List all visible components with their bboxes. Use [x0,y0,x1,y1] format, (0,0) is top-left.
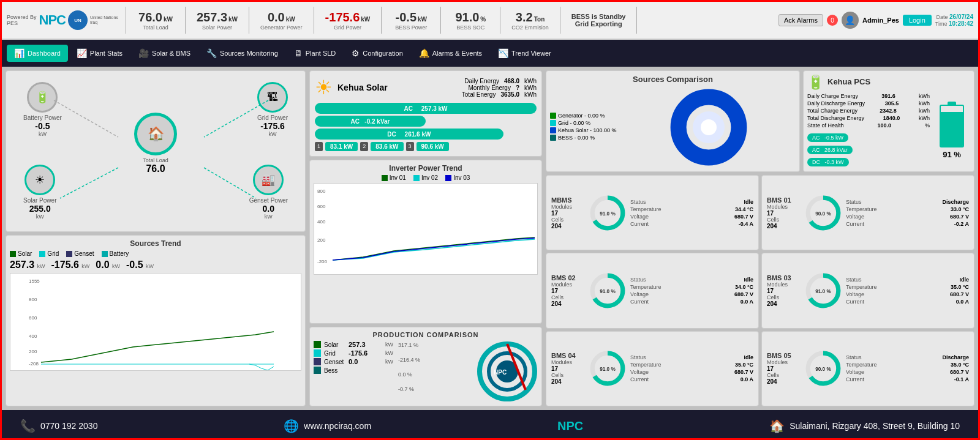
bms-donut-1: 90.0 % [804,194,842,232]
bms-status-info-2: Status Idle Temperature 34.0 °C Voltage … [630,277,753,305]
bms-temp-label-5: Temperature [846,362,877,368]
prod-solar-unit: kW [385,341,393,348]
bms-grid: MBMS Modules 17 Cells 204 91.0 % Status … [546,175,974,406]
bms-voltage-val-0: 680.7 V [734,214,753,220]
sc-bess-dot [550,135,556,141]
legend-genset-dot [66,251,72,257]
dashboard-icon: 📊 [14,48,24,58]
trend-battery-val: -0.5 kW [126,259,154,270]
login-button[interactable]: Login [903,15,932,26]
bms-temp-row-5: Temperature 35.0 °C [846,362,969,368]
total-charge-label: Total Charge Energy [807,108,858,114]
divider-7 [500,7,500,34]
location-icon: 🏠 [769,419,785,433]
sources-comparison-box: Sources Comparison Generator - 0.00 % Gr… [546,70,800,172]
bms-temp-val-0: 34.4 °C [735,206,753,212]
nav-sources-monitoring[interactable]: 🔧 Sources Monitoring [199,45,285,62]
total-charge-unit: kWh [919,108,930,114]
nav-dashboard[interactable]: 📊 Dashboard [7,45,68,62]
pcs-total-discharge: Total Discharge Energy 1840.0 kWh [807,115,930,121]
bms-left-info-2: BMS 02 Modules 17 Cells 204 [551,274,585,307]
sc-solar-label: Kehua Solar - 100.00 % [558,127,617,133]
bms-card-bms-01: BMS 01 Modules 17 Cells 204 90.0 % Statu… [761,175,974,250]
bms-voltage-row-5: Voltage 680.7 V [846,369,969,375]
bms-status-row-5: Status Discharge [846,354,969,360]
prod-bess-dot [314,367,321,374]
metric-bess-power: -0.5 kW BESS Power [386,10,435,31]
co2-value: 3.2 [516,10,533,24]
nav-configuration[interactable]: ⚙ Configuration [344,45,410,62]
sc-solar-dot [550,127,556,133]
prod-bess-label: Bess [324,367,345,374]
bms-temp-label-3: Temperature [846,284,877,290]
bms-voltage-row-1: Voltage 680.7 V [846,214,969,220]
inv-legend-3: Inv 03 [445,174,470,181]
divider-8 [560,7,560,34]
bms-current-label-1: Current [846,221,864,227]
nav-plant-sld[interactable]: 🖥 Plant SLD [287,45,344,62]
battery-fill-visual [941,112,963,146]
nav-trend-viewer[interactable]: 📉 Trend Viewer [491,45,559,62]
solar-power-label: Solar Power [202,24,232,31]
bms-current-val-5: -0.1 A [954,376,969,382]
bms-status-label-4: Status [630,354,646,360]
genset-pct: 0.0 % [398,371,420,378]
sc-legend-solar: Kehua Solar - 100.00 % [550,127,617,133]
bms-modules-val-2: 17 [551,288,585,294]
nav-solar-bms[interactable]: 🎥 Solar & BMS [131,45,198,62]
bms-status-row-0: Status Idle [630,199,753,205]
bms-voltage-val-1: 680.7 V [950,214,969,220]
powered-by-text: Powered By [7,14,37,20]
sc-grid-dot [550,120,556,126]
sources-monitoring-icon: 🔧 [206,48,217,58]
solar-power-value: 257.3 [197,10,227,24]
sources-comparison-title: Sources Comparison [550,75,796,84]
footer-npc-logo: NPC [557,419,583,433]
total-load-label: Total Load [143,24,168,31]
bms-voltage-label-2: Voltage [630,291,649,297]
npc-circular-logo: NPC [477,341,538,402]
alarm-count-badge: 0 [827,15,838,26]
trend-genset-val: 0.0 kW [96,259,120,270]
pcs-metrics-area: Daily Charge Energy 391.6 kWh Daily Disc… [807,93,930,168]
prod-solar-label: Solar [324,341,345,348]
prod-genset-row: Genset 0.0 kW [314,358,393,365]
soh-unit: % [925,122,930,129]
nav-alarms-events[interactable]: 🔔 Alarms & Events [412,45,489,62]
bms-modules-val-0: 17 [551,210,585,217]
legend-grid: Grid [39,250,59,257]
globe-icon: 🌐 [284,419,299,433]
svg-text:90.0 %: 90.0 % [815,367,831,372]
nav-plant-stats[interactable]: 📈 Plant Stats [69,45,130,62]
bms-cells-val-0: 204 [551,223,585,229]
bms-donut-svg-3: 91.0 % [804,272,842,310]
grid-unit: kW [268,131,276,137]
username-label: Admin_Pes [862,17,899,24]
total-charge-val: 2342.8 [880,108,897,114]
bms-status-row-1: Status Discharge [846,199,969,205]
prod-genset-dot [314,358,321,365]
battery-value: -0.5 [35,121,50,131]
nav-solar-bms-label: Solar & BMS [152,50,190,57]
gen-power-label: Generator Power [260,24,303,31]
bms-status-val-5: Discharge [942,354,969,360]
bms-cells-val-5: 204 [767,378,801,385]
ac-bar-row-1: AC 257.3 kW [315,103,537,114]
bms-voltage-row-0: Voltage 680.7 V [630,214,753,220]
plant-stats-icon: 📈 [77,48,87,58]
divider-6 [440,7,441,34]
battery-visual-container [940,102,964,147]
nav-bar: 📊 Dashboard 📈 Plant Stats 🎥 Solar & BMS … [2,40,978,67]
solar-pct: 317.1 % [398,342,420,348]
nav-alarms-events-label: Alarms & Events [432,50,482,57]
solar-unit: kW [36,214,44,220]
inv-legend-2-label: Inv 02 [421,174,438,181]
dc-bar: DC 261.6 kW [315,129,503,140]
metric-co2: 3.2 Ton CO2 Emmision [505,10,555,31]
bms-left-info-0: MBMS Modules 17 Cells 204 [551,196,585,229]
legend-solar: Solar [10,250,32,257]
alarms-area: Ack Alarms 0 👤 Admin_Pes Login Date 26/0… [778,12,973,29]
solar-power-unit: kW [228,16,238,23]
bms-title-2: BMS 02 [551,274,585,282]
ack-alarms-button[interactable]: Ack Alarms [778,14,823,26]
